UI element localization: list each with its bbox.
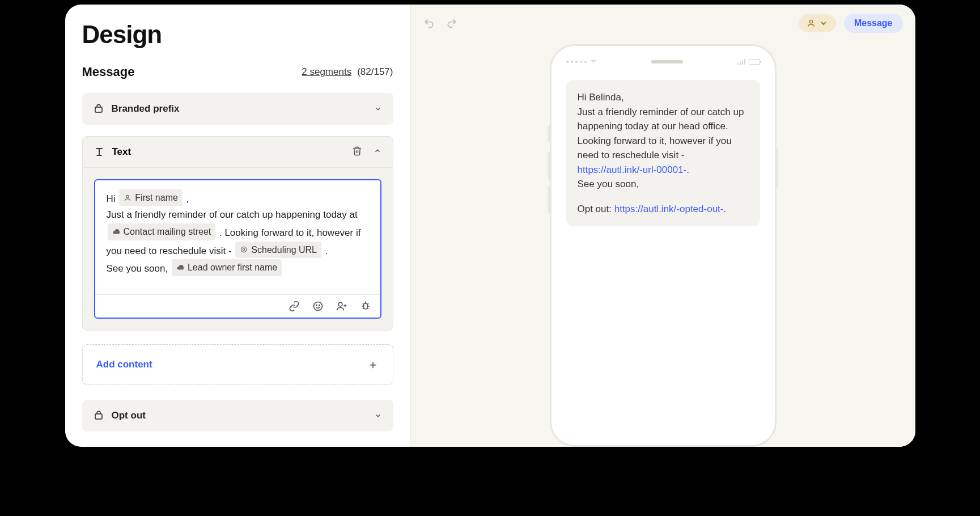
redo-icon[interactable] xyxy=(446,18,457,29)
text-block-card: Text Hi First n xyxy=(82,136,393,331)
chevron-down-icon xyxy=(374,105,382,113)
branded-prefix-accordion[interactable]: Branded prefix xyxy=(82,93,393,125)
chevron-down-icon xyxy=(374,412,382,420)
segments-link[interactable]: 2 segments xyxy=(302,66,351,78)
message-bubble: Hi Belinda, Just a friendly reminder of … xyxy=(566,80,760,226)
token-scheduling-url[interactable]: Scheduling URL xyxy=(235,242,321,258)
preview-line: See you soon, xyxy=(578,177,749,192)
editor-text: Just a friendly reminder of our catch up… xyxy=(107,209,358,220)
add-person-icon[interactable] xyxy=(336,301,347,312)
link-icon[interactable] xyxy=(289,301,300,312)
preview-url[interactable]: https://autl.ink/-url-00001- xyxy=(578,164,687,175)
opt-out-accordion[interactable]: Opt out xyxy=(82,400,393,432)
add-content-button[interactable]: Add content ＋ xyxy=(82,344,393,385)
svg-point-2 xyxy=(241,247,247,252)
svg-rect-9 xyxy=(95,414,102,419)
editor-text: Hi xyxy=(107,193,116,204)
token-lead-owner[interactable]: Lead owner first name xyxy=(172,259,282,276)
svg-point-7 xyxy=(338,302,342,306)
preview-line: Just a friendly reminder of our catch up… xyxy=(578,105,749,177)
phone-button xyxy=(548,185,551,214)
chevron-down-icon xyxy=(819,19,828,28)
message-header-row: Message 2 segments (82/157) xyxy=(82,65,393,79)
editor-text: , xyxy=(186,193,189,204)
phone-statusbar xyxy=(566,58,760,65)
target-icon xyxy=(240,246,248,253)
branded-prefix-label: Branded prefix xyxy=(112,103,180,115)
phone-button xyxy=(548,151,551,180)
phone-button xyxy=(548,125,551,142)
section-title: Message xyxy=(82,65,135,79)
svg-point-1 xyxy=(126,195,129,198)
svg-point-10 xyxy=(809,20,812,23)
text-block-header: Text xyxy=(83,137,393,168)
preview-optout-url[interactable]: https://autl.ink/-opted-out- xyxy=(614,204,724,214)
text-block-label: Text xyxy=(112,146,131,158)
emoji-icon[interactable] xyxy=(312,301,324,312)
phone-notch xyxy=(651,60,683,64)
chevron-up-icon xyxy=(374,147,381,155)
message-editor[interactable]: Hi First name , Just a friendly reminder… xyxy=(94,179,381,319)
signal-dots-icon xyxy=(566,61,587,63)
cloud-icon xyxy=(176,264,184,272)
preview-top-controls: Message xyxy=(411,14,915,33)
text-icon xyxy=(94,147,104,157)
phone-button xyxy=(775,148,778,188)
editor-text: See you soon, xyxy=(107,263,168,274)
preview-line: Opt out: https://autl.ink/-opted-out-. xyxy=(578,202,749,217)
token-mailing-street[interactable]: Contact mailing street xyxy=(108,223,216,240)
plus-icon: ＋ xyxy=(367,356,379,373)
editor-text: . xyxy=(325,245,328,256)
lock-icon xyxy=(94,411,104,421)
person-icon xyxy=(807,19,816,28)
delete-button[interactable] xyxy=(352,146,362,158)
lock-icon xyxy=(94,104,104,114)
preview-line: Hi Belinda, xyxy=(578,90,749,105)
message-tab[interactable]: Message xyxy=(844,14,903,33)
trash-icon xyxy=(352,146,362,156)
bug-icon[interactable] xyxy=(360,301,371,312)
phone-preview: Hi Belinda, Just a friendly reminder of … xyxy=(550,44,777,447)
battery-icon xyxy=(749,59,760,65)
svg-point-6 xyxy=(319,304,320,306)
svg-point-5 xyxy=(316,304,317,306)
person-icon xyxy=(124,194,131,202)
persona-selector[interactable] xyxy=(799,14,836,32)
svg-rect-8 xyxy=(363,303,367,309)
opt-out-label: Opt out xyxy=(112,410,146,421)
char-counter: (82/157) xyxy=(357,66,393,78)
wifi-icon xyxy=(590,58,597,65)
svg-rect-0 xyxy=(95,107,102,112)
cell-bars-icon xyxy=(737,59,745,65)
design-panel: Design Message 2 segments (82/157) Brand… xyxy=(65,5,411,447)
collapse-button[interactable] xyxy=(374,147,381,157)
editor-toolbar xyxy=(95,294,380,318)
add-content-label: Add content xyxy=(96,359,152,370)
app-frame: Design Message 2 segments (82/157) Brand… xyxy=(65,5,915,447)
svg-point-3 xyxy=(243,249,245,251)
token-first-name[interactable]: First name xyxy=(119,189,183,206)
cloud-icon xyxy=(112,228,120,236)
segments-info: 2 segments (82/157) xyxy=(302,66,393,78)
svg-point-4 xyxy=(313,302,322,310)
undo-icon[interactable] xyxy=(423,18,435,29)
preview-panel: Message Hi Belinda, Ju xyxy=(411,5,915,447)
page-title: Design xyxy=(82,20,393,49)
